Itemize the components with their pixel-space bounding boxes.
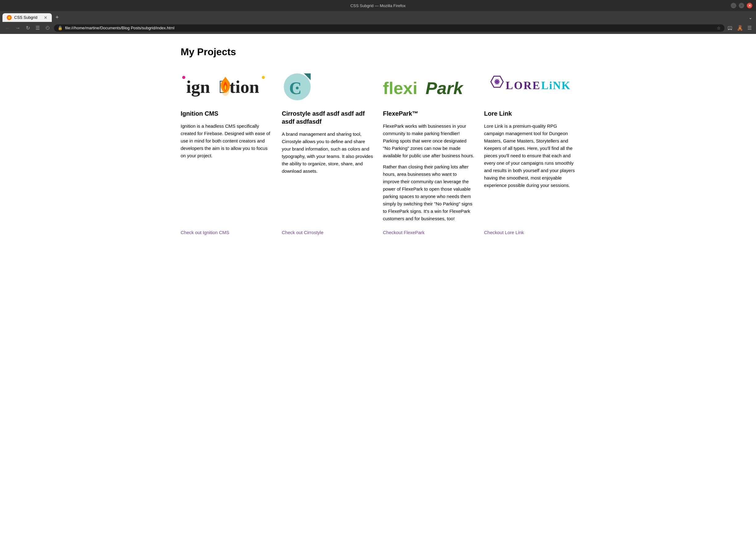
history-button[interactable]: ⏲: [43, 24, 52, 32]
cirrostyle-logo-area: C: [282, 68, 373, 104]
svg-text:LORE: LORE: [506, 79, 541, 92]
cirrostyle-desc: A brand management and sharing tool, Cir…: [282, 130, 373, 222]
project-card-cirrostyle: C Cirrostyle asdf asdf asdf adf asdf asd…: [282, 68, 373, 235]
extensions-button[interactable]: 🧸: [736, 24, 744, 32]
lorelink-name: Lore Link: [484, 109, 575, 118]
project-card-lorelink: LORE LiNK Lore Link Lore Link is a premi…: [484, 68, 575, 235]
tab-close-button[interactable]: ✕: [44, 15, 47, 20]
ignition-desc: Ignition is a headless CMS specifically …: [181, 123, 272, 222]
new-tab-button[interactable]: +: [53, 13, 61, 22]
project-card-flexepark: flexi Park FlexePark™ FlexePark works wi…: [383, 68, 474, 235]
ignition-logo-area: ign  tion: [181, 68, 272, 104]
cirrostyle-name: Cirrostyle asdf asdf asdf adf asdf asdfa…: [282, 109, 373, 126]
lorelink-logo-area: LORE LiNK: [484, 68, 575, 104]
svg-text:ign: ign: [186, 77, 210, 97]
flexepark-desc-2: Rather than closing their parking lots a…: [383, 163, 474, 222]
tab-bar: CSS Subgrid ✕ + ⌄: [0, 11, 756, 22]
svg-point-11: [296, 87, 298, 90]
svg-text:flexi: flexi: [383, 78, 418, 98]
nav-right-icons: 🕮 🧸 ☰: [726, 24, 753, 32]
svg-point-16: [495, 80, 499, 84]
ignition-logo: ign  tion: [181, 70, 267, 101]
lorelink-desc: Lore Link is a premium-quality RPG campa…: [484, 123, 575, 222]
menu-button[interactable]: ☰: [746, 24, 753, 32]
svg-text:tion: tion: [230, 77, 259, 97]
window-controls: — + ✕: [731, 3, 752, 8]
close-button[interactable]: ✕: [747, 3, 752, 8]
flexepark-link[interactable]: Checkout FlexePark: [383, 230, 474, 235]
projects-grid: ign  tion Ignition CMS Ignition is a he…: [181, 68, 575, 235]
address-bar[interactable]: 🔒 file:///home/martine/Documents/Blog Po…: [54, 24, 724, 32]
tab-expand-button[interactable]: ⌄: [749, 15, 752, 20]
svg-point-1: [8, 16, 11, 19]
cirrostyle-logo: C: [282, 70, 312, 101]
reader-view-button[interactable]: ☰: [34, 24, 41, 32]
bookmark-star-icon[interactable]: ☆: [717, 26, 721, 31]
svg-point-2: [182, 76, 185, 79]
url-text: file:///home/martine/Documents/Blog Post…: [65, 26, 715, 30]
page-content: My Projects ign  tion: [162, 34, 594, 247]
minimize-button[interactable]: —: [731, 3, 736, 8]
flexepark-desc-1: FlexePark works with businesses in your …: [383, 123, 474, 159]
svg-text:C: C: [289, 79, 302, 98]
browser-chrome: CSS Subgrid — Mozilla Firefox — + ✕ CSS …: [0, 0, 756, 34]
svg-text:LiNK: LiNK: [541, 79, 570, 92]
cirrostyle-link[interactable]: Check out Cirrostyle: [282, 230, 373, 235]
tab-label: CSS Subgrid: [14, 15, 41, 20]
flexepark-logo: flexi Park: [383, 75, 469, 98]
forward-button[interactable]: →: [14, 24, 22, 32]
nav-bar: ← → ↻ ☰ ⏲ 🔒 file:///home/martine/Documen…: [0, 22, 756, 34]
active-tab[interactable]: CSS Subgrid ✕: [2, 13, 52, 22]
ignition-link[interactable]: Check out Ignition CMS: [181, 230, 272, 235]
refresh-button[interactable]: ↻: [24, 24, 32, 32]
project-card-ignition: ign  tion Ignition CMS Ignition is a he…: [181, 68, 272, 235]
page-title: My Projects: [181, 46, 575, 58]
flexepark-name: FlexePark™: [383, 109, 474, 118]
title-bar: CSS Subgrid — Mozilla Firefox — + ✕: [0, 0, 756, 11]
lorelink-link[interactable]: Checkout Lore Link: [484, 230, 575, 235]
lorelink-logo: LORE LiNK: [484, 74, 570, 98]
pocket-button[interactable]: 🕮: [726, 24, 734, 32]
svg-text:Park: Park: [425, 78, 464, 98]
svg-point-7: [262, 76, 265, 79]
maximize-button[interactable]: +: [739, 3, 744, 8]
firefox-favicon: [7, 15, 12, 20]
lock-icon: 🔒: [58, 26, 63, 30]
window-title: CSS Subgrid — Mozilla Firefox: [350, 3, 405, 8]
back-button[interactable]: ←: [3, 24, 12, 32]
ignition-name: Ignition CMS: [181, 109, 272, 118]
flexepark-logo-area: flexi Park: [383, 68, 474, 104]
